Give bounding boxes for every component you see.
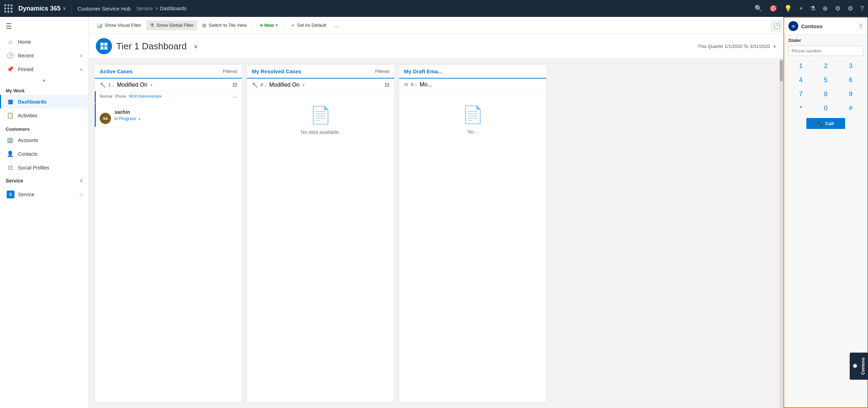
contoso-tab[interactable]: ◉ Contoso [850,353,868,380]
svg-rect-2 [100,47,104,50]
active-cases-view-icon[interactable]: ⊟ [232,81,237,88]
new-dropdown-arrow[interactable]: ∨ [275,23,278,27]
dialer-key-8[interactable]: 8 [813,87,838,101]
row-more-options[interactable]: ··· [232,94,237,100]
sidebar-item-label: Accounts [18,137,38,143]
date-range-chevron[interactable]: ∨ [773,44,776,49]
breadcrumb-parent: Service [136,6,153,11]
global-filter-icon: ⚗ [150,23,154,28]
active-cases-toolbar: 🔧 1 ↓ Modified On ∨ ⊟ [95,79,242,91]
social-profiles-icon: ⊡ [7,164,14,171]
app-dropdown-arrow[interactable]: ∨ [63,6,66,11]
settings-small-icon[interactable]: ⚙ [835,5,841,12]
dialer-header: ◉ Contoso ⠿ [784,18,867,35]
dialer-key-9[interactable]: 9 [838,87,863,101]
resolved-view-icon[interactable]: ⊟ [385,81,389,88]
sidebar-item-label: Activities [18,113,37,118]
dialer-key-6[interactable]: 6 [838,73,863,87]
dialer-key-4[interactable]: 4 [788,73,813,87]
row-accent [95,104,96,127]
toolbar: 📊 Show Visual Filter ⚗ Show Global Filte… [89,17,783,34]
sidebar-item-dashboards[interactable]: ▦ Dashboards [0,95,88,109]
help-icon[interactable]: ? [860,5,864,12]
dialer-key-star[interactable]: * [788,101,813,115]
sidebar-item-label: Recent [18,53,33,58]
draft-sort-label[interactable]: Mo... [420,81,432,88]
sidebar-item-recent[interactable]: 🕐 Recent ∨ [0,49,88,62]
dialer-key-3[interactable]: 3 [838,59,863,73]
date-range-text: This Quarter 1/1/2020 To 3/31/2020 [698,44,770,49]
case-channel: Phone [115,94,126,98]
visual-filter-icon: 📊 [97,23,103,28]
no-data-icon: 📄 [310,105,331,125]
more-options-button[interactable]: ... [331,20,341,31]
target-icon[interactable]: 🎯 [769,5,777,12]
row-info: Normal Phone MOD Administrator [100,94,229,100]
dialer-key-5[interactable]: 5 [813,73,838,87]
app-grid-icon[interactable] [4,4,13,13]
sort-arrow-down-3: ↓ [415,82,417,87]
top-nav-icons: 🔍 🎯 💡 + ⚗ ⊕ ⚙ ⚙ ? [755,5,864,12]
set-as-default-button[interactable]: ✓ Set As Default [287,20,329,30]
svg-rect-1 [104,43,107,46]
dashboard-title: Tier 1 Dashboard [116,41,187,52]
sidebar-item-activities[interactable]: 📋 Activities [0,109,88,122]
service-avatar: S [7,191,14,198]
dialer-grid-icon[interactable]: ⠿ [859,23,863,30]
breadcrumb-separator: > [155,6,158,11]
filter-icon[interactable]: ⚗ [810,5,816,12]
service-section-chevron: ∨ [80,178,83,183]
switch-to-tile-view-button[interactable]: ⊞ Switch to Tile View [199,20,250,30]
sidebar-item-accounts[interactable]: 🏢 Accounts [0,133,88,147]
sidebar-item-home[interactable]: ⌂ Home [0,35,88,49]
circle-plus-icon[interactable]: ⊕ [823,5,828,12]
wrench-icon: 🔧 [100,82,106,88]
active-cases-sort-label[interactable]: Modified On [117,82,147,88]
home-icon: ⌂ [7,39,14,45]
active-cases-card: Active Cases Filtered 🔧 1 ↓ Modified On … [94,64,242,402]
dialer-key-1[interactable]: 1 [788,59,813,73]
case-status: In Progress [114,116,136,121]
activities-icon: 📋 [7,112,14,119]
dialer-key-2[interactable]: 2 [813,59,838,73]
dashboard-date-range: This Quarter 1/1/2020 To 3/31/2020 ∨ [698,44,776,49]
resolved-cases-header: My Resolved Cases Filtered [247,65,394,79]
call-button[interactable]: 📞 Call [806,118,845,129]
sidebar-toggle[interactable]: ☰ [0,17,88,35]
no-data-icon-2: 📄 [462,105,483,125]
scrollbar-thumb[interactable] [780,60,783,81]
case-status-chevron[interactable]: ∨ [138,117,141,121]
dialer-key-0[interactable]: 0 [813,101,838,115]
show-visual-filter-button[interactable]: 📊 Show Visual Filter [93,20,145,30]
phone-number-input[interactable] [788,46,863,56]
active-cases-sort-chevron[interactable]: ∨ [150,83,153,87]
resolved-cases-count: 0 [261,82,263,87]
row-info: sachin In Progress ∨ [114,109,237,121]
dialer-key-7[interactable]: 7 [788,87,813,101]
dialer-key-hash[interactable]: # [838,101,863,115]
dashboard-dropdown-chevron[interactable]: ∨ [194,43,198,50]
new-button[interactable]: + New ∨ [256,20,281,31]
contoso-tab-label: Contoso [861,358,866,375]
search-icon[interactable]: 🔍 [755,5,762,12]
resolved-sort-label[interactable]: Modified On [269,82,299,88]
vertical-scrollbar[interactable] [779,59,783,408]
sidebar-item-service[interactable]: S Service ◇ [0,187,88,202]
add-icon[interactable]: + [799,5,803,12]
service-section-header[interactable]: Service ∨ [0,174,88,187]
show-global-filter-button[interactable]: ⚗ Show Global Filter [146,20,197,30]
sidebar-item-contacts[interactable]: 👤 Contacts [0,147,88,161]
settings-large-icon[interactable]: ⚙ [848,5,853,12]
no-data-text: No data available. [301,129,340,135]
dashboard-header: Tier 1 Dashboard ∨ This Quarter 1/1/2020… [89,34,783,59]
lightbulb-icon[interactable]: 💡 [784,5,792,12]
sidebar-item-label: Social Profiles [18,165,49,171]
resolved-sort-chevron[interactable]: ∨ [302,83,305,87]
no-data-message-2: 📄 No... [399,91,546,149]
accounts-icon: 🏢 [7,137,14,143]
main-content: 📊 Show Visual Filter ⚗ Show Global Filte… [89,17,783,408]
draft-emails-title: My Draft Ema... [404,68,442,74]
sidebar-item-social-profiles[interactable]: ⊡ Social Profiles [0,161,88,174]
app-hub-label: Customer Service Hub [78,6,131,12]
sidebar-item-pinned[interactable]: 📌 Pinned ∨ [0,62,88,76]
